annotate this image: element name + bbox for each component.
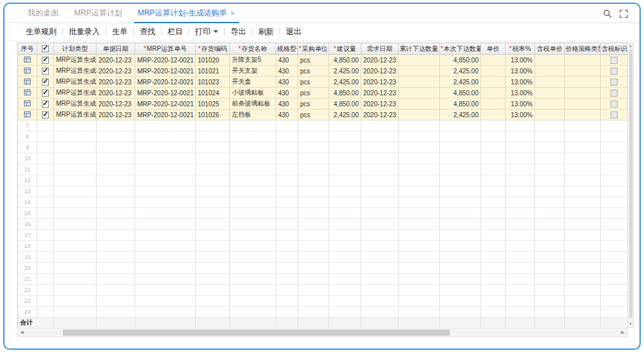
cell-item_name[interactable]: 升降支架5	[230, 55, 276, 66]
cell-tax_rate[interactable]: 13.00%	[506, 66, 535, 77]
cell-demand_date[interactable]: 2020-12-23	[361, 55, 399, 66]
row-checkbox[interactable]	[42, 57, 49, 64]
cell-price_policy[interactable]	[565, 110, 601, 120]
vertical-scrollbar[interactable]: ▲ ▼	[627, 43, 634, 328]
tax-flag-checkbox[interactable]	[611, 57, 618, 64]
cell-suggest_qty[interactable]: 4,850.00	[329, 88, 361, 99]
tax-flag-checkbox[interactable]	[611, 100, 618, 108]
row-checkbox[interactable]	[42, 68, 49, 75]
cell-mrp_no[interactable]: MRP-2020-12-0021	[135, 55, 196, 66]
toolbar-button-8[interactable]: 刷新	[252, 26, 279, 37]
cell-mrp_no[interactable]: MRP-2020-12-0021	[135, 77, 196, 88]
cell-item_name[interactable]: 开关盒	[230, 77, 276, 88]
cell-demand_date[interactable]: 2020-12-23	[361, 77, 399, 88]
scroll-up-icon[interactable]: ▲	[628, 43, 633, 49]
cell-tax_price[interactable]	[535, 77, 565, 88]
tax-flag-checkbox[interactable]	[611, 68, 618, 75]
cell-price_policy[interactable]	[565, 99, 601, 110]
cell-cum_qty[interactable]	[399, 88, 440, 99]
cell-plan_type[interactable]: MRP运算生成	[54, 99, 97, 110]
cell-item_code[interactable]: 101026	[196, 110, 230, 120]
tab-3[interactable]: MRP运算计划-生成请购单×	[130, 4, 243, 23]
cell-suggest_qty[interactable]: 2,425.00	[329, 110, 361, 120]
cell-doc_date[interactable]: 2020-12-23	[97, 55, 135, 66]
cell-price_policy[interactable]	[565, 66, 601, 77]
cell-item_code[interactable]: 101020	[196, 55, 230, 66]
cell-plan_type[interactable]: MRP运算生成	[54, 88, 97, 99]
cell-tax_price[interactable]	[535, 88, 565, 99]
cell-purchase_unit[interactable]: pcs	[298, 110, 329, 120]
cell-tax_rate[interactable]: 13.00%	[506, 88, 535, 99]
row-checkbox[interactable]	[42, 100, 49, 108]
cell-cum_qty[interactable]	[399, 77, 440, 88]
cell-tax_price[interactable]	[535, 110, 565, 120]
cell-price[interactable]	[481, 55, 506, 66]
cell-price[interactable]	[481, 88, 506, 99]
cell-issue_qty[interactable]: 4,850.00	[440, 55, 481, 66]
cell-spec[interactable]: 430	[276, 66, 298, 77]
tax-flag-checkbox[interactable]	[611, 90, 618, 97]
cell-price_policy[interactable]	[565, 77, 601, 88]
toolbar-button-4[interactable]: 查找	[134, 26, 161, 37]
cell-item_name[interactable]: 左挡板	[230, 110, 276, 120]
scroll-right-icon[interactable]: ▶	[619, 329, 627, 336]
cell-issue_qty[interactable]: 2,425.00	[440, 77, 481, 88]
cell-demand_date[interactable]: 2020-12-23	[361, 99, 399, 110]
row-marker-cell[interactable]	[18, 99, 37, 110]
cell-price[interactable]	[481, 99, 506, 110]
cell-demand_date[interactable]: 2020-12-23	[361, 88, 399, 99]
toolbar-button-1[interactable]: 生单规则	[20, 26, 62, 37]
cell-suggest_qty[interactable]: 2,425.00	[329, 66, 361, 77]
row-marker-cell[interactable]	[18, 110, 37, 120]
cell-issue_qty[interactable]: 2,425.00	[440, 110, 481, 120]
cell-item_name[interactable]: 前条玻璃粘板	[230, 99, 276, 110]
cell-demand_date[interactable]: 2020-12-23	[361, 110, 399, 120]
horizontal-scrollbar[interactable]: ◀ ▶	[17, 329, 627, 337]
cell-suggest_qty[interactable]: 2,425.00	[329, 77, 361, 88]
cell-price[interactable]	[481, 66, 506, 77]
cell-purchase_unit[interactable]: pcs	[298, 66, 329, 77]
select-all-checkbox[interactable]	[42, 45, 49, 52]
row-checkbox[interactable]	[42, 90, 49, 97]
cell-spec[interactable]: 430	[276, 110, 298, 120]
cell-tax_price[interactable]	[535, 55, 565, 66]
cell-item_code[interactable]: 101025	[196, 99, 230, 110]
cell-price[interactable]	[481, 110, 506, 120]
expand-icon[interactable]	[620, 10, 628, 18]
cell-cum_qty[interactable]	[399, 99, 440, 110]
cell-purchase_unit[interactable]: pcs	[298, 88, 329, 99]
cell-plan_type[interactable]: MRP运算生成	[54, 55, 97, 66]
search-icon[interactable]	[603, 9, 612, 18]
cell-doc_date[interactable]: 2020-12-23	[97, 88, 135, 99]
cell-spec[interactable]: 430	[276, 55, 298, 66]
toolbar-button-3[interactable]: 生单	[106, 26, 133, 37]
toolbar-button-7[interactable]: 导出	[225, 26, 252, 37]
tax-flag-checkbox[interactable]	[611, 79, 618, 86]
cell-spec[interactable]: 430	[276, 99, 298, 110]
cell-tax_price[interactable]	[535, 99, 565, 110]
cell-item_code[interactable]: 101021	[196, 66, 230, 77]
cell-tax_price[interactable]	[535, 66, 565, 77]
cell-doc_date[interactable]: 2020-12-23	[97, 99, 135, 110]
row-checkbox[interactable]	[42, 111, 49, 119]
cell-item_code[interactable]: 101024	[196, 88, 230, 99]
cell-spec[interactable]: 430	[276, 88, 298, 99]
cell-purchase_unit[interactable]: pcs	[298, 77, 329, 88]
tax-flag-checkbox[interactable]	[611, 111, 618, 119]
cell-doc_date[interactable]: 2020-12-23	[97, 110, 135, 120]
cell-tax_rate[interactable]: 13.00%	[506, 110, 535, 120]
cell-mrp_no[interactable]: MRP-2020-12-0021	[135, 110, 196, 120]
cell-suggest_qty[interactable]: 4,850.00	[329, 55, 361, 66]
cell-spec[interactable]: 430	[276, 77, 298, 88]
scroll-left-icon[interactable]: ◀	[18, 329, 26, 336]
cell-suggest_qty[interactable]: 4,850.00	[329, 99, 361, 110]
row-marker-cell[interactable]	[18, 66, 37, 77]
cell-plan_type[interactable]: MRP运算生成	[54, 77, 97, 88]
cell-demand_date[interactable]: 2020-12-23	[361, 66, 399, 77]
cell-mrp_no[interactable]: MRP-2020-12-0021	[135, 88, 196, 99]
toolbar-button-6[interactable]: 打印	[189, 26, 224, 37]
row-marker-cell[interactable]	[18, 88, 37, 99]
cell-tax_rate[interactable]: 13.00%	[506, 77, 535, 88]
vertical-scroll-thumb[interactable]	[629, 50, 632, 318]
cell-item_name[interactable]: 开关支架	[230, 66, 276, 77]
